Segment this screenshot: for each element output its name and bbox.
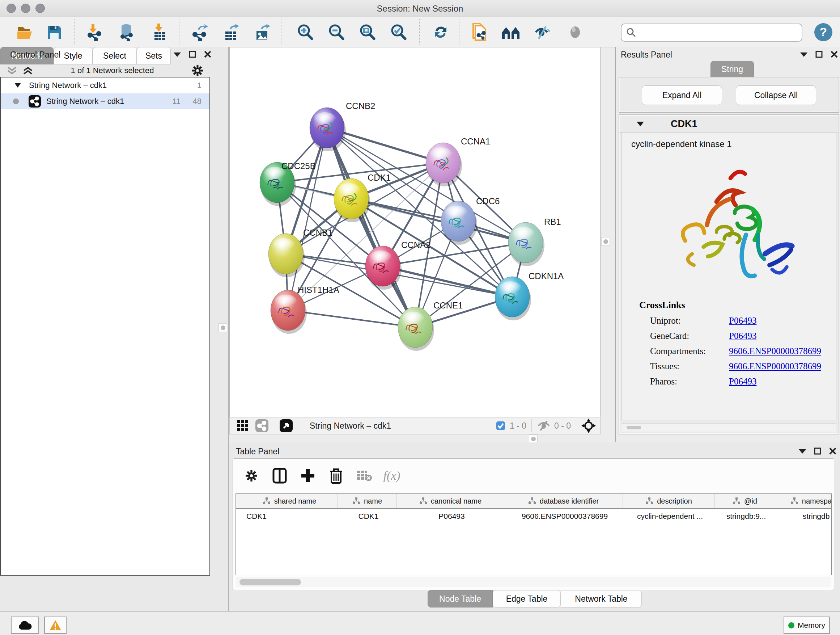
add-column-icon[interactable] xyxy=(298,466,317,486)
node-table[interactable]: shared namenamecanonical namedatabase id… xyxy=(235,494,832,575)
node-CCNA1[interactable] xyxy=(426,143,462,187)
import-table-icon[interactable] xyxy=(150,22,170,42)
column-header-description[interactable]: description xyxy=(623,494,715,508)
gene-section-header[interactable]: CDK1 xyxy=(619,115,838,133)
zoom-out-icon[interactable] xyxy=(326,22,347,42)
close-panel-icon[interactable] xyxy=(829,448,836,455)
export-network-icon[interactable] xyxy=(189,22,210,42)
tab-node-table[interactable]: Node Table xyxy=(428,590,493,608)
zoom-in-icon[interactable] xyxy=(295,22,316,42)
tree-expand-icon[interactable] xyxy=(14,83,21,88)
show-columns-icon[interactable] xyxy=(270,466,289,486)
table-options-gear-icon[interactable] xyxy=(242,466,261,486)
cybrowser-houses-icon[interactable] xyxy=(501,22,521,42)
expand-all-button[interactable]: Expand All xyxy=(642,86,722,105)
table-cell[interactable]: 9606.ENSP00000378699 xyxy=(504,512,623,521)
node-CDK1[interactable] xyxy=(334,179,370,222)
tab-network-table[interactable]: Network Table xyxy=(561,590,642,608)
birds-eye-view-icon[interactable] xyxy=(236,420,248,432)
float-menu-icon[interactable] xyxy=(799,448,806,454)
network-canvas[interactable]: CCNB2CCNA1CDC25BCDK1CDC6RB1CCNB1CCNA2CDK… xyxy=(229,47,600,417)
table-cell[interactable]: cyclin-dependent ... xyxy=(623,512,715,521)
column-header-databaseidentifier[interactable]: database identifier xyxy=(504,494,623,508)
import-network-icon[interactable] xyxy=(85,22,105,42)
crosslink-label: GeneCard: xyxy=(650,331,729,341)
edge-CCNB2-HIST1H1A[interactable] xyxy=(288,128,327,310)
cloud-button[interactable] xyxy=(11,616,39,634)
node-CCNA2[interactable] xyxy=(365,246,401,290)
import-database-icon[interactable] xyxy=(117,22,137,42)
column-header-canonicalname[interactable]: canonical name xyxy=(397,494,504,508)
crosslink-link[interactable]: P06493 xyxy=(729,331,756,341)
table-cell[interactable]: P06493 xyxy=(397,512,504,521)
tab-edge-table[interactable]: Edge Table xyxy=(493,590,561,608)
string-network-graph[interactable]: CCNB2CCNA1CDC25BCDK1CDC6RB1CCNB1CCNA2CDK… xyxy=(230,48,600,417)
new-network-from-file-icon[interactable] xyxy=(469,22,489,42)
bottom-splitter-handle[interactable] xyxy=(529,434,538,443)
help-icon[interactable]: ? xyxy=(813,22,834,42)
open-session-icon[interactable] xyxy=(15,22,35,42)
export-image-icon[interactable] xyxy=(253,22,273,42)
crosslink-link[interactable]: 9606.ENSP00000378699 xyxy=(729,361,821,371)
float-menu-icon[interactable] xyxy=(800,52,807,57)
table-cell[interactable]: CDK1 xyxy=(338,512,397,521)
node-CDC6[interactable] xyxy=(441,201,477,245)
warning-button[interactable] xyxy=(44,616,66,634)
column-header-name[interactable]: name xyxy=(338,494,397,508)
edge-CCNB2-CCNE1[interactable] xyxy=(327,128,415,327)
export-table-icon[interactable] xyxy=(221,22,242,42)
edge-HIST1H1A-CCNE1[interactable] xyxy=(288,310,415,327)
close-panel-icon[interactable] xyxy=(204,51,211,58)
zoom-fit-icon[interactable] xyxy=(357,22,378,42)
tab-select[interactable]: Select xyxy=(93,47,137,65)
crosslink-link[interactable]: P06493 xyxy=(729,316,756,326)
right-splitter-handle[interactable] xyxy=(601,237,610,246)
delete-column-icon[interactable] xyxy=(326,466,346,486)
float-menu-icon[interactable] xyxy=(174,52,181,57)
node-CCNB1[interactable] xyxy=(268,233,305,277)
node-RB1[interactable] xyxy=(508,222,545,266)
float-panel-icon[interactable] xyxy=(815,51,823,58)
node-CCNB2[interactable] xyxy=(309,108,346,151)
zoom-selected-icon[interactable] xyxy=(388,22,409,42)
collapse-all-tree-icon[interactable] xyxy=(6,66,17,75)
table-cell[interactable]: stringdb xyxy=(775,512,832,521)
node-HIST1H1A[interactable] xyxy=(271,290,307,334)
node-label-RB1: RB1 xyxy=(544,217,561,226)
table-cell[interactable]: stringdb:9... xyxy=(715,512,775,521)
search-input[interactable] xyxy=(621,24,802,42)
crosslink-link[interactable]: 9606.ENSP00000378699 xyxy=(729,346,821,356)
network-options-gear-icon[interactable] xyxy=(191,65,204,77)
network-row-selected[interactable]: String Network – cdk1 11 48 xyxy=(1,93,210,109)
network-collection-row[interactable]: String Network – cdk1 1 xyxy=(1,78,210,93)
node-CDKN1A[interactable] xyxy=(495,277,531,320)
memory-button[interactable]: Memory xyxy=(783,616,830,634)
selected-checkbox-icon[interactable] xyxy=(496,421,505,431)
scrollbar-thumb[interactable] xyxy=(240,579,301,585)
tab-string[interactable]: String xyxy=(711,61,754,78)
collapse-section-icon[interactable] xyxy=(637,121,644,127)
node-CCNE1[interactable] xyxy=(398,307,434,351)
tab-sets[interactable]: Sets xyxy=(137,47,171,65)
expand-all-tree-icon[interactable] xyxy=(22,66,33,75)
hide-graphics-details-icon[interactable] xyxy=(532,22,553,42)
table-row[interactable]: CDK1CDK1P064939606.ENSP00000378699cyclin… xyxy=(236,509,831,524)
results-scrollbar[interactable] xyxy=(622,423,836,432)
column-header-sharedname[interactable]: shared name xyxy=(241,494,338,508)
open-in-window-icon[interactable] xyxy=(279,419,293,432)
column-header-namespace[interactable]: namespace xyxy=(775,494,832,508)
left-splitter-handle[interactable] xyxy=(218,323,227,332)
save-session-icon[interactable] xyxy=(44,22,65,42)
close-panel-icon[interactable] xyxy=(831,51,838,58)
column-header-id[interactable]: @id xyxy=(715,494,775,508)
float-panel-icon[interactable] xyxy=(189,51,196,58)
table-scrollbar[interactable] xyxy=(236,577,831,587)
fit-content-crosshair-icon[interactable] xyxy=(581,418,596,433)
refresh-icon[interactable] xyxy=(431,22,451,42)
crosslink-link[interactable]: P06493 xyxy=(729,377,756,386)
string-panel-toggle-icon[interactable] xyxy=(255,419,269,432)
table-cell[interactable]: CDK1 xyxy=(241,512,338,521)
table-header-row[interactable]: shared namenamecanonical namedatabase id… xyxy=(236,494,831,509)
float-panel-icon[interactable] xyxy=(814,448,821,455)
collapse-all-button[interactable]: Collapse All xyxy=(736,86,816,105)
